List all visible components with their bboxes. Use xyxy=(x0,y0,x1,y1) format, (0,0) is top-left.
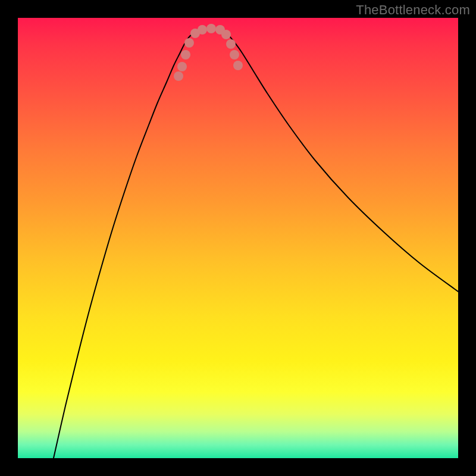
bottleneck-curve xyxy=(54,29,458,458)
trough-dot xyxy=(206,24,216,33)
chart-plot-area xyxy=(18,18,458,458)
curve-path xyxy=(54,29,458,458)
trough-dot xyxy=(174,71,183,81)
watermark-text: TheBottleneck.com xyxy=(356,2,470,18)
chart-frame: TheBottleneck.com xyxy=(0,0,476,476)
trough-dot xyxy=(233,61,243,70)
chart-svg xyxy=(18,18,458,458)
trough-dot xyxy=(226,39,236,49)
trough-dot xyxy=(181,50,190,60)
trough-dot xyxy=(230,50,239,60)
trough-dot xyxy=(177,62,187,71)
trough-dot xyxy=(198,25,207,35)
trough-dot xyxy=(221,30,231,39)
trough-dot xyxy=(184,38,194,48)
trough-markers xyxy=(174,24,243,81)
